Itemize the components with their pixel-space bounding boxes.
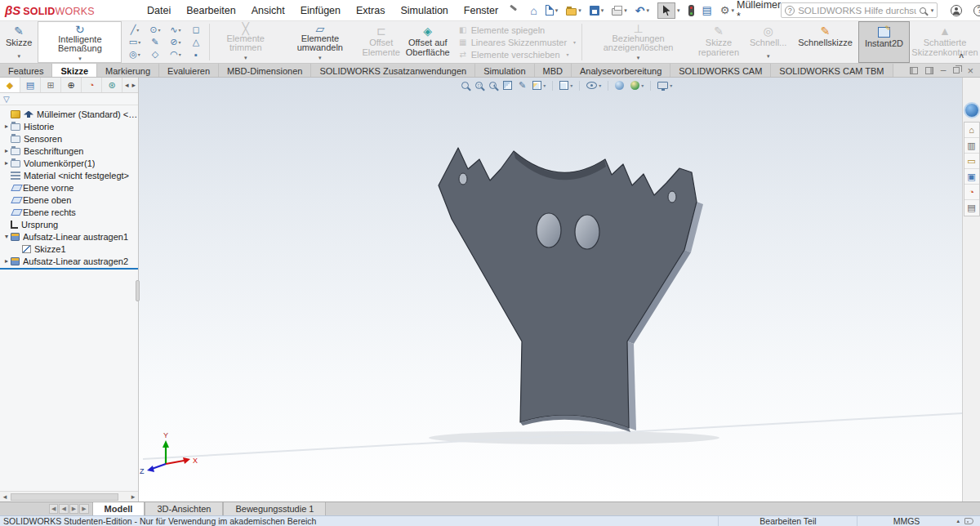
panel-splitter-handle[interactable] xyxy=(136,280,140,301)
propertymanager-tab[interactable]: ▤ xyxy=(20,78,41,92)
dock-left-icon[interactable] xyxy=(910,67,918,74)
scrollbar-thumb[interactable] xyxy=(11,493,118,501)
tab-solidworks-cam[interactable]: SOLIDWORKS CAM xyxy=(670,64,771,77)
offset-entities-button[interactable]: ⊏ Offset Elemente xyxy=(360,21,403,63)
sketch-annotation-button[interactable]: ✎ xyxy=(519,80,526,91)
solidworks-resources-icon[interactable] xyxy=(965,104,978,117)
section-view-button[interactable] xyxy=(503,81,512,90)
mirror-entities-button[interactable]: ◧Elemente spiegeln xyxy=(458,25,576,35)
pin-menu-icon[interactable] xyxy=(507,7,512,14)
options-button[interactable]: ⚙▾ xyxy=(718,2,737,18)
select-tool-button[interactable]: ▾ xyxy=(655,1,683,20)
part-hole-right[interactable] xyxy=(575,215,599,249)
display-delete-relations-button[interactable]: ⊥ Beziehungen anzeigen/löschen ▾ xyxy=(583,21,693,63)
repair-sketch-button[interactable]: ✎ Skizze reparieren xyxy=(693,21,744,63)
part-model[interactable] xyxy=(439,148,703,432)
tab-features[interactable]: Features xyxy=(0,64,52,77)
menu-item-ansicht[interactable]: Ansicht xyxy=(252,5,285,16)
circle-tool-button[interactable]: ⊙▾ xyxy=(145,24,165,36)
tree-item-austragen1[interactable]: ▾ Aufsatz-Linear austragen1 xyxy=(0,230,138,243)
scroll-right-icon[interactable]: ▸ xyxy=(131,81,136,89)
search-caret-icon[interactable]: ▾ xyxy=(931,7,934,14)
menu-item-bearbeiten[interactable]: Bearbeiten xyxy=(186,5,235,16)
linear-pattern-button[interactable]: ▦Lineares Skizzenmuster▾ xyxy=(458,38,576,47)
dimxpertmanager-tab[interactable]: ⊕ xyxy=(61,78,82,92)
custom-properties-icon[interactable]: ▤ xyxy=(964,200,979,216)
rebuild-button[interactable] xyxy=(686,3,697,18)
tree-root-item[interactable]: Mülleimer (Standard) <<Standard... xyxy=(0,108,138,120)
tree-item-ebene-vorne[interactable]: Ebene vorne xyxy=(0,181,138,194)
tab-solidworks-cam-tbm[interactable]: SOLIDWORKS CAM TBM xyxy=(771,64,893,77)
tree-item-ebene-oben[interactable]: Ebene oben xyxy=(0,194,138,206)
tab-markierung[interactable]: Markierung xyxy=(97,64,159,77)
tree-filter-row[interactable]: ▽ xyxy=(0,93,138,105)
fillet-tool-button[interactable]: ◠▾ xyxy=(165,48,185,60)
trim-entities-button[interactable]: ╳ Elemente trimmen ▾ xyxy=(211,21,280,63)
zoom-fit-button[interactable] xyxy=(461,82,469,89)
expander-icon[interactable]: ▾ xyxy=(2,233,11,240)
point-tool-button[interactable]: ▪ xyxy=(185,48,206,60)
help-search-box[interactable]: ? ▾ xyxy=(781,2,938,18)
motion-study-tab[interactable]: Bewegungsstudie 1 xyxy=(223,502,326,515)
offset-on-surface-button[interactable]: ◈ Offset auf Oberfläche xyxy=(403,21,453,63)
help-icon[interactable]: ? xyxy=(973,5,980,16)
tab-skizze[interactable]: Skizze xyxy=(52,64,97,77)
units-selector[interactable]: MMGS xyxy=(857,516,955,526)
displaymanager-tab[interactable]: ◔ xyxy=(82,78,102,92)
3d-views-tab[interactable]: 3D-Ansichten xyxy=(145,502,223,515)
doc-minimize-button[interactable]: – xyxy=(941,67,947,74)
last-tab-button[interactable]: ▶ xyxy=(79,504,88,514)
expander-icon[interactable]: ▸ xyxy=(2,257,11,265)
open-button[interactable]: ▾ xyxy=(564,4,584,17)
rectangle-tool-button[interactable]: ▭▾ xyxy=(124,36,145,48)
model-tab[interactable]: Modell xyxy=(92,502,145,515)
tags-icon[interactable] xyxy=(964,518,973,524)
sketch-button[interactable]: ✎ Skizze ▾ xyxy=(0,21,38,63)
menu-item-datei[interactable]: Datei xyxy=(147,5,171,16)
tree-item-volumenkoerper[interactable]: ▸ Volumenkörper(1) xyxy=(0,157,138,169)
smart-dimension-button[interactable]: ↻ Intelligente Bemaßung ▾ xyxy=(38,21,122,63)
tab-analysevorbereitung[interactable]: Analysevorbereitung xyxy=(572,64,670,77)
apply-appearance-button[interactable]: ▾ xyxy=(532,81,546,90)
tree-item-beschriftungen[interactable]: ▸ Beschriftungen xyxy=(0,145,138,157)
search-icon[interactable] xyxy=(920,7,926,14)
scroll-left-button[interactable]: ◂ xyxy=(0,493,10,501)
rollback-bar[interactable] xyxy=(0,268,138,270)
units-caret-icon[interactable]: ▴ xyxy=(956,518,960,524)
appearances-scenes-icon[interactable]: ◔ xyxy=(964,185,979,200)
menu-item-extras[interactable]: Extras xyxy=(356,5,385,16)
panel-horizontal-scrollbar[interactable]: ◂ ▸ xyxy=(0,491,138,501)
tab-zusatzanwendungen[interactable]: SOLIDWORKS Zusatzanwendungen xyxy=(311,64,475,77)
configurationmanager-tab[interactable]: ⊞ xyxy=(41,78,61,92)
spline-tool-button[interactable]: ∿▾ xyxy=(165,24,185,36)
tree-item-austragen2[interactable]: ▸ Aufsatz-Linear austragen2 xyxy=(0,255,138,267)
tab-mbd[interactable]: MBD xyxy=(535,64,572,77)
part-hole-left[interactable] xyxy=(537,213,561,247)
expander-icon[interactable]: ▸ xyxy=(2,123,11,130)
new-document-button[interactable]: ▾ xyxy=(543,3,561,17)
featuremanager-tab[interactable]: ◆ xyxy=(0,78,20,92)
file-explorer-icon[interactable]: ▭ xyxy=(964,154,979,169)
undo-button[interactable]: ↶▾ xyxy=(633,4,652,17)
home-button[interactable]: ⌂ xyxy=(528,3,539,18)
tree-item-historie[interactable]: ▸ Historie xyxy=(0,120,138,132)
file-properties-button[interactable]: ▤ xyxy=(700,2,715,18)
ribbon-collapse-button[interactable]: ^ xyxy=(959,53,964,62)
help-search-input[interactable] xyxy=(798,6,915,16)
tree-item-sensoren[interactable]: Sensoren xyxy=(0,132,138,145)
slot-tool-button[interactable]: ◎▾ xyxy=(124,48,145,60)
polygon-tool-button[interactable]: △ xyxy=(185,36,206,48)
view-settings-button[interactable]: ▾ xyxy=(657,82,672,89)
tab-mbd-dimensionen[interactable]: MBD-Dimensionen xyxy=(219,64,311,77)
dock-right-icon[interactable] xyxy=(925,67,933,74)
viewport-canvas[interactable]: Y X Z xyxy=(0,78,980,501)
design-library-icon[interactable]: ▥ xyxy=(964,138,979,154)
scroll-right-button[interactable]: ▸ xyxy=(128,493,138,501)
wing-hole-left[interactable] xyxy=(459,173,467,185)
rapid-sketch-button[interactable]: ✎ Schnellskizze xyxy=(792,21,858,63)
tree-item-material[interactable]: Material <nicht festgelegt> xyxy=(0,169,138,181)
shaded-sketch-contours-button[interactable]: ▲ Schattierte Skizzenkonturen xyxy=(910,21,980,63)
ellipse-tool-button[interactable]: ⊘▾ xyxy=(165,36,185,48)
prev-tab-button[interactable]: ◀ xyxy=(59,504,68,514)
scroll-left-icon[interactable]: ◂ xyxy=(125,81,129,89)
